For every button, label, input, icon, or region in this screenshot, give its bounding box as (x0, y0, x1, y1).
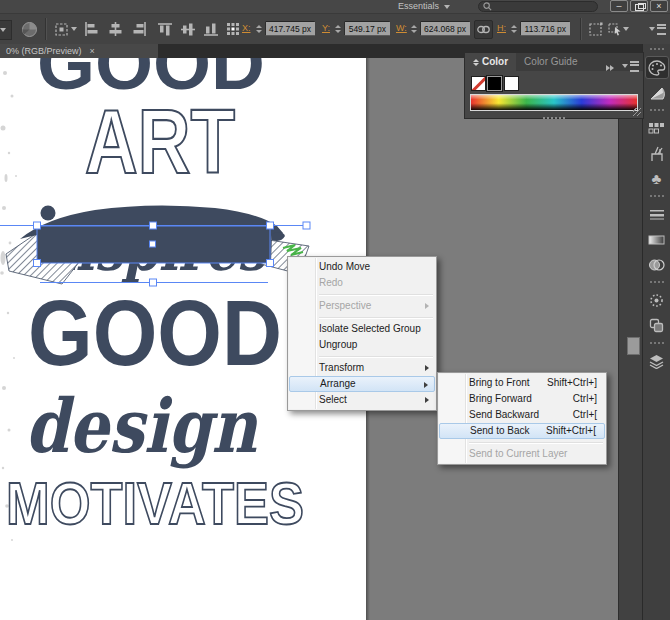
close-button[interactable]: × (650, 0, 668, 12)
shortcut-label: Shift+Ctrl+] (547, 375, 597, 391)
vertical-scrollbar-thumb[interactable] (627, 337, 640, 355)
free-transform-icon[interactable] (586, 20, 604, 38)
w-stepper[interactable] (409, 22, 418, 36)
tab-color-guide[interactable]: Color Guide (516, 53, 585, 71)
collapse-panel-icon[interactable] (606, 57, 614, 75)
search-input[interactable] (492, 1, 591, 12)
dock-drag-handle[interactable] (650, 281, 664, 286)
club-icon: ♣ (652, 171, 662, 186)
panel-resize-grip[interactable] (633, 108, 641, 116)
color-spectrum-bar[interactable] (470, 94, 638, 111)
divider (45, 18, 46, 40)
menu-item-bring-to-front[interactable]: Bring to FrontShift+Ctrl+] (439, 375, 605, 391)
stroke-panel-icon[interactable] (645, 203, 669, 226)
shortcut-label: Ctrl+[ (573, 407, 597, 423)
align-horizontal-left-button[interactable] (82, 20, 100, 38)
tool-preset-dropdown[interactable] (0, 20, 12, 40)
menu-item-undo-move[interactable]: Undo Move (289, 259, 435, 275)
align-horizontal-center-button[interactable] (106, 20, 124, 38)
chevron-down-icon (623, 27, 629, 31)
w-label[interactable]: W: (396, 23, 407, 33)
document-tab[interactable]: 0% (RGB/Preview) × (0, 44, 158, 58)
divider (580, 18, 581, 40)
select-similar-options-button[interactable] (52, 20, 78, 38)
dock-drag-handle[interactable] (650, 48, 664, 53)
ribbon-dot[interactable] (41, 206, 56, 221)
transparency-panel-icon[interactable] (645, 253, 669, 276)
submenu-arrow-icon (424, 382, 428, 388)
w-field[interactable]: 624.068 px (420, 21, 470, 36)
x-label[interactable]: X: (242, 23, 251, 33)
tab-close-icon[interactable]: × (90, 44, 95, 58)
search-box[interactable] (478, 1, 598, 12)
ribbon-tail[interactable] (272, 232, 285, 241)
menu-item-ungroup[interactable]: Ungroup (289, 337, 435, 353)
menu-lines-icon (630, 61, 639, 72)
document-tab-title: 0% (RGB/Preview) (0, 44, 82, 58)
menu-item-transform[interactable]: Transform (289, 360, 435, 376)
color-panel-header: Color Color Guide (465, 53, 643, 71)
submenu-arrow-icon (425, 397, 429, 403)
title-bar: Essentials – × (0, 0, 670, 14)
tab-color[interactable]: Color (465, 53, 516, 71)
h-field[interactable]: 113.716 px (520, 21, 570, 36)
dock-drag-handle[interactable] (650, 342, 664, 347)
panel-drag-handle[interactable] (543, 117, 565, 119)
menu-item-arrange[interactable]: Arrange (289, 376, 435, 392)
swatches-panel-icon[interactable] (645, 117, 669, 140)
appearance-panel-icon[interactable] (645, 289, 669, 312)
dock-drag-handle[interactable] (650, 195, 664, 200)
chevron-down-icon (649, 27, 655, 31)
color-panel-icon[interactable] (645, 56, 669, 79)
menu-item-send-to-current-layer[interactable]: Send to Current Layer (439, 446, 605, 462)
none-swatch[interactable] (471, 76, 486, 91)
workspace-switcher[interactable]: Essentials (398, 0, 450, 13)
y-stepper[interactable] (333, 22, 342, 36)
h-stepper[interactable] (509, 22, 518, 36)
artwork-text-design[interactable]: design (25, 383, 258, 469)
artwork-text-good[interactable]: GOOD (28, 282, 282, 384)
h-label[interactable]: H: (497, 23, 506, 33)
y-label[interactable]: Y: (322, 23, 330, 33)
panel-menu-icon[interactable] (622, 61, 639, 72)
submenu-arrow-icon (425, 303, 429, 309)
control-bar: X: 417.745 px Y: 549.17 px W: 624.068 px… (0, 14, 670, 45)
white-swatch[interactable] (504, 76, 519, 91)
minimize-button[interactable]: – (610, 0, 628, 12)
color-guide-panel-icon[interactable] (645, 81, 669, 104)
restore-icon (635, 4, 644, 11)
brushes-panel-icon[interactable] (645, 142, 669, 165)
x-field[interactable]: 417.745 px (265, 21, 315, 36)
y-field[interactable]: 549.17 px (344, 21, 390, 36)
menu-item-redo[interactable]: Redo (289, 275, 435, 291)
symbols-panel-icon[interactable]: ♣ (645, 167, 669, 190)
panel-flyout-menu-icon[interactable] (648, 20, 666, 38)
artwork-text-art[interactable]: ART (85, 92, 235, 192)
recolor-artwork-icon[interactable] (20, 20, 38, 38)
isolate-selection-menu-button[interactable] (606, 20, 630, 38)
dock-drag-handle[interactable] (650, 109, 664, 114)
menu-item-perspective[interactable]: Perspective (289, 298, 435, 314)
artwork-text-motivates[interactable]: MOTIVATES (6, 470, 304, 537)
shortcut-label: Shift+Ctrl+[ (546, 424, 596, 438)
align-vertical-top-button[interactable] (156, 20, 174, 38)
gradient-panel-icon[interactable] (645, 228, 669, 251)
x-stepper[interactable] (254, 22, 263, 36)
black-swatch[interactable] (487, 76, 502, 91)
reference-point-grid-icon[interactable] (224, 20, 242, 38)
align-horizontal-right-button[interactable] (130, 20, 148, 38)
submenu-arrow-icon (425, 365, 429, 371)
graphic-styles-panel-icon[interactable] (645, 314, 669, 337)
constrain-proportions-link-icon[interactable] (474, 20, 493, 39)
menu-item-select[interactable]: Select (289, 392, 435, 408)
menu-item-bring-forward[interactable]: Bring ForwardCtrl+] (439, 391, 605, 407)
align-vertical-bottom-button[interactable] (202, 20, 220, 38)
menu-item-send-backward[interactable]: Send BackwardCtrl+[ (439, 407, 605, 423)
restore-button[interactable] (630, 0, 648, 12)
menu-separator (319, 317, 433, 318)
menu-item-isolate-selected-group[interactable]: Isolate Selected Group (289, 321, 435, 337)
menu-item-send-to-back[interactable]: Send to BackShift+Ctrl+[ (439, 423, 605, 439)
align-vertical-center-button[interactable] (179, 20, 197, 38)
workspace-switcher-label: Essentials (398, 0, 439, 13)
layers-panel-icon[interactable] (645, 350, 669, 373)
